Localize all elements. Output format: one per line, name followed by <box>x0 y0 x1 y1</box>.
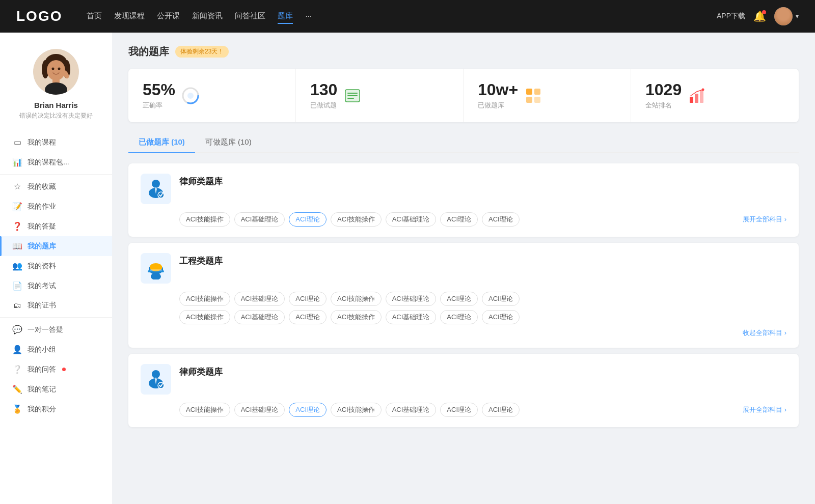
sidebar-item-qa[interactable]: ❓ 我的答疑 <box>0 216 112 236</box>
tag[interactable]: ACI理论 <box>482 310 520 324</box>
sidebar-item-notes[interactable]: ✏️ 我的笔记 <box>0 379 112 399</box>
nav-right: APP下载 🔔 ▾ <box>717 7 799 25</box>
sidebar-item-groups[interactable]: 👤 我的小组 <box>0 340 112 359</box>
tag[interactable]: ACI理论 <box>482 292 520 306</box>
svg-rect-35 <box>150 269 162 271</box>
lawyer-bank-tags-2: ACI技能操作 ACI基础理论 ACI理论 ACI技能操作 ACI基础理论 AC… <box>179 403 743 417</box>
tag[interactable]: ACI理论 <box>440 212 478 227</box>
tag[interactable]: ACI技能操作 <box>179 403 230 417</box>
tabs-row: 已做题库 (10) 可做题库 (10) <box>128 132 799 153</box>
stat-done-questions: 130 已做试题 <box>296 69 464 122</box>
app-download-button[interactable]: APP下载 <box>717 12 745 21</box>
tag[interactable]: ACI技能操作 <box>179 212 230 227</box>
notes-icon: ✏️ <box>12 384 22 394</box>
sidebar-item-label: 我的问答 <box>28 365 56 374</box>
nav-question-bank[interactable]: 题库 <box>278 9 293 24</box>
svg-rect-18 <box>526 89 532 95</box>
main-content: 我的题库 体验剩余23天！ 55% 正确率 130 <box>112 33 815 504</box>
tag[interactable]: ACI理论 <box>289 292 327 306</box>
tag[interactable]: ACI基础理论 <box>234 212 285 227</box>
sidebar-item-label: 我的考试 <box>28 282 56 291</box>
logo[interactable]: LOGO <box>16 8 62 24</box>
engineer-icon <box>145 257 167 279</box>
engineer-bank-tags-row1: ACI技能操作 ACI基础理论 ACI理论 ACI技能操作 ACI基础理论 AC… <box>179 292 786 306</box>
lawyer-bank-name-1: 律师类题库 <box>179 174 223 187</box>
sidebar-item-course-packages[interactable]: 📊 我的课程包... <box>0 152 112 172</box>
nav-discover[interactable]: 发现课程 <box>114 9 145 24</box>
sidebar-item-exams[interactable]: 📄 我的考试 <box>0 276 112 296</box>
tag[interactable]: ACI理论 <box>440 403 478 417</box>
tag[interactable]: ACI理论 <box>289 310 327 324</box>
course-icon: ▭ <box>12 137 22 147</box>
expand-all-button-2[interactable]: 展开全部科目 › <box>743 405 786 414</box>
tag[interactable]: ACI理论 <box>482 403 520 417</box>
svg-point-5 <box>52 68 55 70</box>
expand-all-button-1[interactable]: 展开全部科目 › <box>743 215 786 224</box>
lawyer-bank-name-2: 律师类题库 <box>179 364 223 378</box>
tag[interactable]: ACI基础理论 <box>386 212 437 227</box>
tag[interactable]: ACI理论 <box>440 292 478 306</box>
nav-news[interactable]: 新闻资讯 <box>192 9 223 24</box>
bank-card-engineer: 工程类题库 ACI技能操作 ACI基础理论 ACI理论 ACI技能操作 ACI基… <box>128 243 799 348</box>
tag[interactable]: ACI技能操作 <box>331 212 382 227</box>
tag[interactable]: ACI理论 <box>482 212 520 227</box>
sidebar-menu: ▭ 我的课程 📊 我的课程包... ☆ 我的收藏 📝 我的作业 ❓ 我的答疑 📖 <box>0 128 112 423</box>
tag[interactable]: ACI技能操作 <box>331 292 382 306</box>
svg-point-12 <box>187 93 194 99</box>
sidebar-item-favorites[interactable]: ☆ 我的收藏 <box>0 177 112 197</box>
stat-done-banks: 10w+ 已做题库 <box>464 69 631 122</box>
user-avatar-menu[interactable]: ▾ <box>774 7 799 25</box>
stat-site-rank: 1029 全站排名 <box>631 69 799 122</box>
tag[interactable]: ACI基础理论 <box>386 403 437 417</box>
lawyer-icon <box>145 178 167 200</box>
tag[interactable]: ACI基础理论 <box>234 292 285 306</box>
materials-icon: 👥 <box>12 261 22 271</box>
collapse-all-button[interactable]: 收起全部科目 › <box>743 328 786 338</box>
tab-available-banks[interactable]: 可做题库 (10) <box>195 132 262 152</box>
sidebar-item-label: 我的资料 <box>28 262 56 271</box>
chevron-down-icon: ▾ <box>796 13 799 20</box>
sidebar-item-my-qa[interactable]: ❔ 我的问答 <box>0 359 112 379</box>
sidebar-item-points[interactable]: 🏅 我的积分 <box>0 399 112 419</box>
stat-value-rank: 1029 <box>645 81 682 99</box>
sidebar-item-label: 我的收藏 <box>28 182 56 191</box>
nav-home[interactable]: 首页 <box>87 9 102 24</box>
notification-bell[interactable]: 🔔 <box>753 10 766 22</box>
tag[interactable]: ACI基础理论 <box>386 292 437 306</box>
stats-grid: 55% 正确率 130 已做试题 <box>128 69 799 122</box>
qa-icon: ❓ <box>12 221 22 231</box>
sidebar: Brian Harris 错误的决定比没有决定要好 ▭ 我的课程 📊 我的课程包… <box>0 33 112 504</box>
bank-card-lawyer-1: 律师类题库 ACI技能操作 ACI基础理论 ACI理论 ACI技能操作 ACI基… <box>128 163 799 237</box>
nav-open-course[interactable]: 公开课 <box>157 9 180 24</box>
tag[interactable]: ACI基础理论 <box>386 310 437 324</box>
svg-rect-23 <box>695 94 698 103</box>
tab-done-banks[interactable]: 已做题库 (10) <box>128 132 195 152</box>
tag[interactable]: ACI基础理论 <box>234 310 285 324</box>
bar-chart-icon <box>688 87 706 105</box>
sidebar-item-label: 我的笔记 <box>28 385 56 394</box>
sidebar-item-question-bank[interactable]: 📖 我的题库 <box>0 236 112 256</box>
sidebar-item-certificates[interactable]: 🗂 我的证书 <box>0 296 112 315</box>
lawyer-bank-icon-wrap <box>141 174 171 204</box>
tag[interactable]: ACI技能操作 <box>179 310 230 324</box>
svg-point-25 <box>702 88 704 91</box>
tag[interactable]: ACI理论 <box>440 310 478 324</box>
grid-icon <box>524 87 542 105</box>
tag[interactable]: ACI基础理论 <box>234 403 285 417</box>
svg-point-29 <box>158 192 164 198</box>
nav-more[interactable]: ··· <box>305 9 312 24</box>
tag[interactable]: ACI技能操作 <box>331 403 382 417</box>
tag[interactable]: ACI技能操作 <box>331 310 382 324</box>
tag-highlighted[interactable]: ACI理论 <box>289 212 327 227</box>
sidebar-item-1on1[interactable]: 💬 一对一答疑 <box>0 320 112 340</box>
pie-chart-icon <box>181 87 200 105</box>
layout: Brian Harris 错误的决定比没有决定要好 ▭ 我的课程 📊 我的课程包… <box>0 33 815 504</box>
sidebar-item-materials[interactable]: 👥 我的资料 <box>0 256 112 276</box>
nav-qa[interactable]: 问答社区 <box>235 9 265 24</box>
svg-point-37 <box>152 370 160 378</box>
tag[interactable]: ACI技能操作 <box>179 292 230 306</box>
sidebar-item-my-courses[interactable]: ▭ 我的课程 <box>0 132 112 152</box>
svg-rect-24 <box>700 91 703 103</box>
tag-highlighted[interactable]: ACI理论 <box>289 403 327 417</box>
sidebar-item-homework[interactable]: 📝 我的作业 <box>0 197 112 216</box>
